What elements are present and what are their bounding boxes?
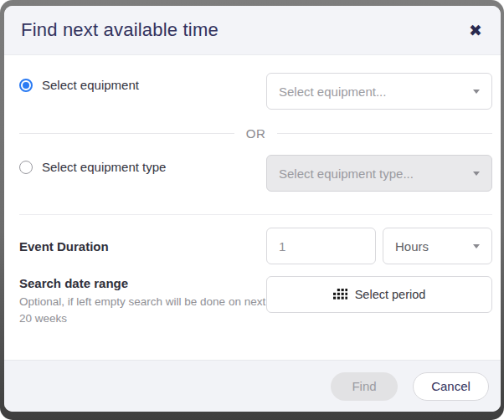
radio-unchecked-icon[interactable] <box>19 161 33 174</box>
find-button[interactable]: Find <box>331 372 398 401</box>
radio-checked-icon[interactable] <box>19 79 33 92</box>
search-date-range-hint: Optional, if left empty search will be d… <box>19 294 266 326</box>
equipment-dropdown[interactable]: Select equipment... <box>266 73 492 110</box>
event-duration-label: Event Duration <box>19 239 109 254</box>
select-equipment-label: Select equipment <box>42 78 139 92</box>
duration-controls: Hours <box>266 228 492 264</box>
dialog-title: Find next available time <box>21 19 219 41</box>
equipment-type-dropdown-placeholder: Select equipment type... <box>279 166 414 181</box>
chevron-down-icon <box>473 90 480 94</box>
modal-frame: Find next available time ✖ Select equipm… <box>0 0 504 420</box>
equipment-type-dropdown[interactable]: Select equipment type... <box>266 155 492 192</box>
divider-line <box>277 133 492 134</box>
select-period-label: Select period <box>355 288 426 301</box>
search-date-range-row: Search date range Optional, if left empt… <box>19 276 492 326</box>
dialog-header: Find next available time ✖ <box>4 6 501 55</box>
duration-value-input[interactable] <box>266 228 376 264</box>
chevron-down-icon <box>473 244 480 248</box>
duration-unit-dropdown[interactable]: Hours <box>383 228 492 264</box>
select-period-button[interactable]: Select period <box>266 276 492 313</box>
find-next-available-time-dialog: Find next available time ✖ Select equipm… <box>4 6 501 412</box>
duration-unit-value: Hours <box>395 239 429 254</box>
or-label: OR <box>246 126 266 141</box>
section-divider <box>19 214 492 215</box>
divider-line <box>19 133 234 134</box>
event-duration-row: Event Duration Hours <box>19 228 492 264</box>
select-equipment-radio[interactable]: Select equipment <box>19 73 139 92</box>
chevron-down-icon <box>473 172 480 176</box>
select-equipment-type-label: Select equipment type <box>42 160 166 174</box>
equipment-type-row: Select equipment type Select equipment t… <box>19 155 492 192</box>
dialog-body: Select equipment Select equipment... OR … <box>4 55 501 360</box>
search-date-range-label: Search date range <box>19 276 266 290</box>
calendar-grid-icon <box>333 289 347 300</box>
or-divider: OR <box>19 126 492 141</box>
dialog-footer: Find Cancel <box>4 360 501 412</box>
close-icon[interactable]: ✖ <box>469 23 482 38</box>
equipment-dropdown-placeholder: Select equipment... <box>279 85 386 99</box>
search-date-range-labels: Search date range Optional, if left empt… <box>19 276 266 326</box>
equipment-row: Select equipment Select equipment... <box>19 73 492 110</box>
cancel-button[interactable]: Cancel <box>413 372 489 401</box>
select-equipment-type-radio[interactable]: Select equipment type <box>19 155 166 174</box>
